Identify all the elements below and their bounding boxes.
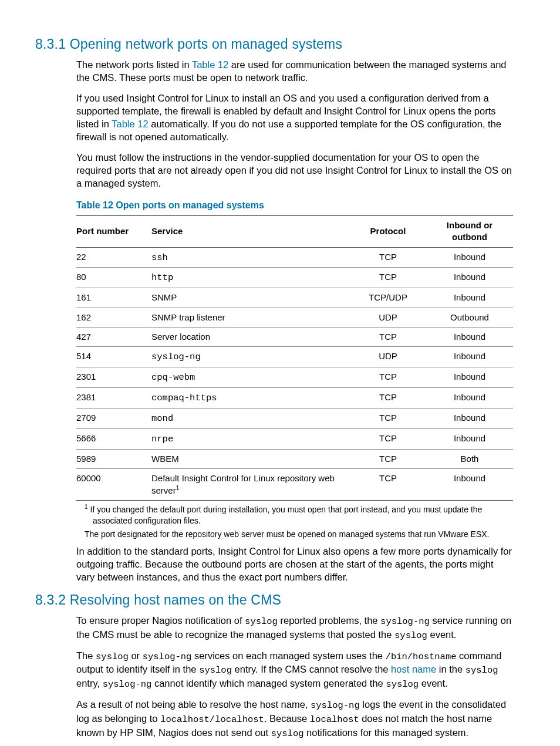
cell-protocol: TCP: [350, 387, 431, 408]
cell-direction: Inbound: [431, 247, 513, 268]
text: in the: [436, 664, 465, 674]
table-row: 161SNMPTCP/UDPInbound: [76, 288, 513, 308]
cell-port: 2381: [76, 387, 151, 408]
cell-service: ssh: [151, 247, 350, 268]
table-row: 162SNMP trap listenerUDPOutbound: [76, 308, 513, 327]
paragraph: In addition to the standard ports, Insig…: [76, 545, 513, 584]
code: syslog: [386, 679, 419, 690]
cell-protocol: TCP: [350, 468, 431, 501]
code: syslog: [199, 665, 232, 676]
text: or: [129, 650, 143, 661]
cell-service: SNMP: [151, 288, 350, 308]
ports-table: Port number Service Protocol Inbound or …: [76, 215, 513, 501]
text: . Because: [264, 713, 310, 724]
code: /bin/hostname: [386, 652, 457, 662]
cell-service: http: [151, 268, 350, 288]
table-footnote-2: The port designated for the repository w…: [85, 529, 513, 540]
code: syslog: [96, 652, 129, 662]
code: syslog-ng: [311, 700, 360, 711]
cell-port: 161: [76, 288, 151, 308]
cell-direction: Inbound: [431, 288, 513, 308]
cell-direction: Inbound: [431, 387, 513, 408]
cell-service: mond: [151, 408, 350, 428]
cell-port: 162: [76, 308, 151, 327]
cell-direction: Inbound: [431, 268, 513, 288]
cell-direction: Inbound: [431, 347, 513, 367]
cell-direction: Inbound: [431, 327, 513, 346]
table-row: 5989WBEMTCPBoth: [76, 449, 513, 468]
cell-protocol: TCP: [350, 268, 431, 288]
section-heading-832: 8.3.2 Resolving host names on the CMS: [35, 591, 513, 609]
cell-protocol: TCP/UDP: [350, 288, 431, 308]
cell-protocol: UDP: [350, 347, 431, 367]
cell-direction: Outbound: [431, 308, 513, 327]
code: localhost/localhost: [160, 714, 264, 725]
cell-protocol: TCP: [350, 247, 431, 268]
table-row: 2381compaq-httpsTCPInbound: [76, 387, 513, 408]
code: syslog: [245, 616, 278, 627]
text: entry. If the CMS cannot resolve the: [232, 664, 391, 674]
cell-protocol: TCP: [350, 367, 431, 388]
paragraph: As a result of not being able to resolve…: [76, 698, 513, 740]
cell-direction: Both: [431, 449, 513, 468]
cell-protocol: TCP: [350, 449, 431, 468]
code: syslog: [394, 630, 427, 641]
table-footnote-1: 1If you changed the default port during …: [76, 503, 513, 526]
code: syslog-ng: [103, 679, 152, 690]
cell-protocol: TCP: [350, 428, 431, 449]
footnote-text: If you changed the default port during i…: [90, 505, 483, 525]
paragraph: To ensure proper Nagios notification of …: [76, 614, 513, 642]
cell-direction: Inbound: [431, 468, 513, 501]
table-header-row: Port number Service Protocol Inbound or …: [76, 216, 513, 248]
cell-direction: Inbound: [431, 367, 513, 388]
cell-port: 2301: [76, 367, 151, 388]
table-row: 22sshTCPInbound: [76, 247, 513, 268]
paragraph: The network ports listed in Table 12 are…: [76, 58, 513, 85]
paragraph: The syslog or syslog-ng services on each…: [76, 649, 513, 691]
text: cannot identify which managed system gen…: [151, 678, 386, 688]
paragraph: You must follow the instructions in the …: [76, 151, 513, 190]
cell-service: cpq-webm: [151, 367, 350, 388]
table-caption: Table 12 Open ports on managed systems: [76, 199, 513, 212]
cell-service: syslog-ng: [151, 347, 350, 367]
cell-port: 60000: [76, 468, 151, 501]
link-table12[interactable]: Table 12: [112, 119, 148, 129]
cell-protocol: TCP: [350, 327, 431, 346]
table-row: 2709mondTCPInbound: [76, 408, 513, 428]
cell-service: compaq-https: [151, 387, 350, 408]
table-row: 514syslog-ngUDPInbound: [76, 347, 513, 367]
cell-protocol: TCP: [350, 408, 431, 428]
cell-port: 427: [76, 327, 151, 346]
text: The network ports listed in: [76, 59, 192, 70]
text: event.: [427, 629, 457, 640]
cell-service: SNMP trap listener: [151, 308, 350, 327]
text: To ensure proper Nagios notification of: [76, 615, 245, 626]
col-header-protocol: Protocol: [350, 216, 431, 248]
text: As a result of not being able to resolve…: [76, 699, 311, 710]
code: localhost: [310, 714, 359, 725]
text: notifications for this managed system.: [304, 727, 469, 738]
cell-service: Default Insight Control for Linux reposi…: [151, 468, 350, 501]
code: syslog: [271, 728, 304, 739]
link-hostname[interactable]: host name: [391, 664, 436, 674]
cell-port: 5666: [76, 428, 151, 449]
cell-direction: Inbound: [431, 428, 513, 449]
col-header-direction: Inbound or outbond: [431, 216, 513, 248]
section-heading-831: 8.3.1 Opening network ports on managed s…: [35, 35, 513, 53]
paragraph: If you used Insight Control for Linux to…: [76, 92, 513, 144]
cell-service: Server location: [151, 327, 350, 346]
cell-port: 2709: [76, 408, 151, 428]
link-table12[interactable]: Table 12: [192, 59, 228, 70]
code: syslog-ng: [380, 616, 430, 627]
table-row: 5666nrpeTCPInbound: [76, 428, 513, 449]
table-row: 80httpTCPInbound: [76, 268, 513, 288]
text: services on each managed system uses the: [191, 650, 385, 661]
cell-direction: Inbound: [431, 408, 513, 428]
text: entry,: [76, 678, 103, 688]
table-row: 427Server locationTCPInbound: [76, 327, 513, 346]
cell-service: nrpe: [151, 428, 350, 449]
code: syslog-ng: [143, 652, 192, 662]
cell-port: 514: [76, 347, 151, 367]
col-header-service: Service: [151, 216, 350, 248]
cell-service: WBEM: [151, 449, 350, 468]
